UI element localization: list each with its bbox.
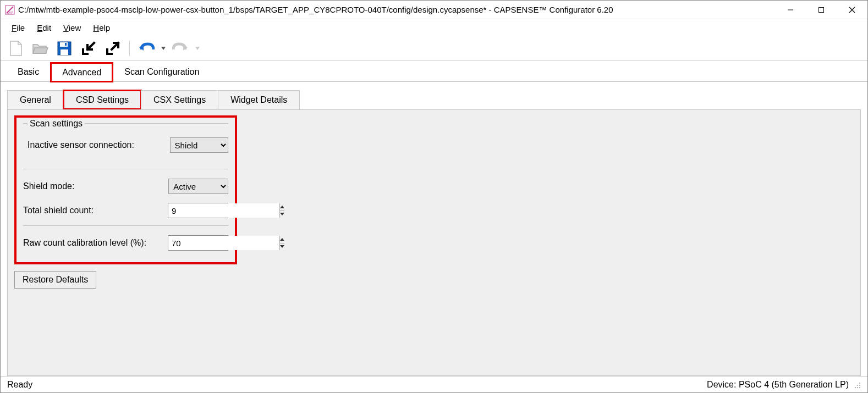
status-bar: Ready Device: PSoC 4 (5th Generation LP) (1, 376, 867, 392)
import-button[interactable] (79, 38, 98, 58)
undo-button[interactable] (136, 38, 156, 58)
shield-count-spinner[interactable] (168, 203, 228, 218)
menu-edit[interactable]: Edit (31, 21, 57, 34)
status-left: Ready (7, 380, 32, 390)
svg-point-10 (859, 383, 860, 384)
window-title: C:/mtw/mtb-example-psoc4-msclp-low-power… (18, 5, 775, 14)
app-window: CAP C:/mtw/mtb-example-psoc4-msclp-low-p… (0, 0, 868, 393)
svg-rect-9 (65, 43, 67, 46)
export-button[interactable] (103, 38, 123, 58)
tab-scan-configuration[interactable]: Scan Configuration (113, 62, 211, 81)
undo-dropdown[interactable] (161, 47, 166, 50)
menu-bar: File Edit View Help (1, 19, 867, 36)
raw-count-up[interactable] (280, 236, 284, 243)
divider (23, 225, 228, 226)
svg-point-13 (855, 387, 856, 388)
menu-help[interactable]: Help (87, 21, 116, 34)
save-button[interactable] (54, 38, 74, 58)
shield-mode-label: Shield mode: (23, 181, 168, 191)
svg-point-11 (857, 385, 858, 386)
inactive-sensor-label: Inactive sensor connection: (28, 140, 170, 150)
window-controls (775, 1, 867, 19)
shield-count-label: Total shield count: (23, 206, 168, 215)
shield-count-input[interactable] (168, 203, 279, 218)
shield-count-down[interactable] (280, 211, 284, 218)
primary-tabs: Basic Advanced Scan Configuration (1, 61, 867, 82)
status-device: Device: PSoC 4 (5th Generation LP) (707, 380, 849, 390)
toolbar-separator (129, 41, 130, 56)
redo-dropdown[interactable] (195, 47, 200, 50)
tab-widget-details[interactable]: Widget Details (218, 90, 300, 109)
title-bar: CAP C:/mtw/mtb-example-psoc4-msclp-low-p… (1, 1, 867, 19)
svg-rect-3 (819, 7, 824, 12)
tab-csx-settings[interactable]: CSX Settings (141, 90, 218, 109)
raw-count-input[interactable] (168, 236, 279, 250)
new-file-button[interactable] (6, 38, 26, 58)
tab-general[interactable]: General (7, 90, 64, 109)
scan-settings-group: Scan settings Inactive sensor connection… (23, 123, 228, 169)
maximize-button[interactable] (806, 1, 837, 19)
app-icon: CAP (5, 5, 15, 15)
tab-advanced[interactable]: Advanced (51, 63, 113, 82)
redo-button[interactable] (171, 38, 190, 58)
menu-file[interactable]: File (6, 21, 30, 34)
resize-grip-icon[interactable] (853, 381, 861, 389)
content-area: General CSD Settings CSX Settings Widget… (1, 82, 867, 376)
scan-settings-legend: Scan settings (28, 119, 85, 128)
close-button[interactable] (837, 1, 867, 19)
svg-point-15 (859, 387, 860, 388)
svg-point-14 (857, 387, 858, 388)
minimize-button[interactable] (775, 1, 806, 19)
svg-point-12 (859, 385, 860, 386)
inactive-sensor-select[interactable]: Shield (170, 137, 228, 153)
raw-count-down[interactable] (280, 243, 284, 251)
raw-count-label: Raw count calibration level (%): (23, 238, 168, 248)
raw-count-spinner[interactable] (168, 235, 228, 251)
shield-mode-select[interactable]: Active (168, 179, 228, 194)
tab-basic[interactable]: Basic (6, 62, 51, 81)
settings-panel: Scan settings Inactive sensor connection… (7, 109, 861, 376)
svg-rect-8 (61, 49, 68, 55)
highlighted-settings-group: Scan settings Inactive sensor connection… (14, 115, 237, 264)
shield-count-up[interactable] (280, 203, 284, 211)
toolbar (1, 36, 867, 61)
svg-text:CAP: CAP (7, 11, 13, 14)
menu-view[interactable]: View (58, 21, 86, 34)
restore-defaults-button[interactable]: Restore Defaults (14, 271, 96, 289)
secondary-tabs: General CSD Settings CSX Settings Widget… (7, 87, 861, 109)
tab-csd-settings[interactable]: CSD Settings (63, 90, 141, 109)
open-file-button[interactable] (30, 38, 50, 58)
